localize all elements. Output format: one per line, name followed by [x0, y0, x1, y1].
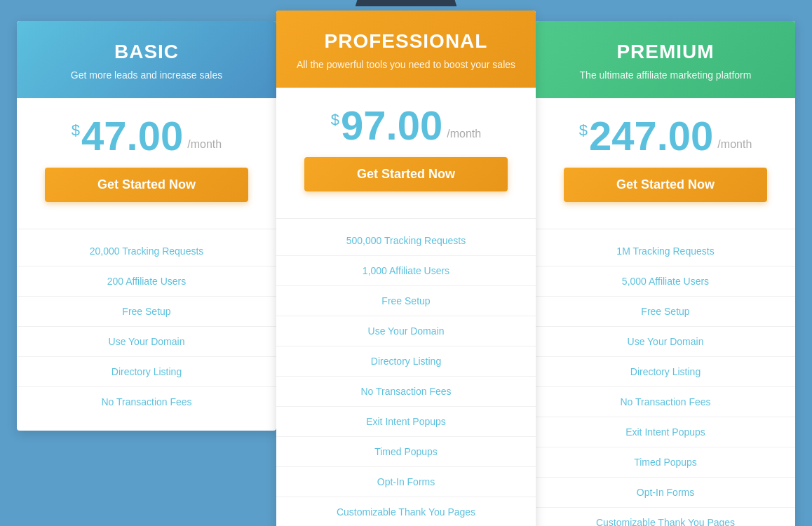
feature-item: Free Setup: [276, 286, 536, 316]
feature-item: Directory Listing: [536, 357, 795, 387]
price-row: $ 97.00 /month: [290, 105, 522, 146]
price-amount: 97.00: [341, 105, 442, 146]
cta-button-basic[interactable]: Get Started Now: [45, 168, 248, 202]
feature-item: Opt-In Forms: [536, 478, 795, 508]
feature-item: Timed Popups: [536, 447, 795, 478]
feature-item: Exit Intent Popups: [536, 417, 795, 447]
price-dollar: $: [72, 121, 80, 140]
feature-item: 200 Affiliate Users: [17, 267, 276, 297]
feature-item: Free Setup: [536, 297, 795, 327]
plan-pricing: $ 247.00 /month Get Started Now: [536, 98, 795, 229]
feature-item: 1,000 Affiliate Users: [276, 256, 536, 286]
plan-subtitle: Get more leads and increase sales: [31, 69, 262, 83]
feature-item: Directory Listing: [17, 357, 276, 387]
plan-card-professional: MOST POPULAR PROFESSIONAL All the powerf…: [276, 11, 536, 526]
price-row: $ 247.00 /month: [550, 116, 781, 156]
feature-item: No Transaction Fees: [17, 387, 276, 417]
price-row: $ 47.00 /month: [31, 116, 262, 156]
price-amount: 247.00: [589, 116, 713, 156]
plan-header-professional: PROFESSIONAL All the powerful tools you …: [276, 11, 536, 88]
feature-item: Customizable Thank You Pages: [536, 508, 795, 526]
feature-item: Free Setup: [17, 297, 276, 327]
plan-header-basic: BASIC Get more leads and increase sales: [17, 21, 276, 98]
plan-pricing: $ 47.00 /month Get Started Now: [17, 98, 276, 229]
price-period: /month: [187, 138, 222, 151]
feature-item: Use Your Domain: [536, 327, 795, 357]
plan-subtitle: The ultimate affiliate marketing platfor…: [550, 69, 781, 83]
plan-name: BASIC: [31, 41, 262, 63]
feature-item: Opt-In Forms: [276, 467, 536, 497]
features-list-basic: 20,000 Tracking Requests 200 Affiliate U…: [17, 229, 276, 431]
feature-item: Customizable Thank You Pages: [276, 497, 536, 526]
feature-item: 5,000 Affiliate Users: [536, 267, 795, 297]
feature-item: No Transaction Fees: [536, 387, 795, 417]
cta-button-professional[interactable]: Get Started Now: [304, 157, 508, 191]
feature-item: Exit Intent Popups: [276, 407, 536, 437]
plan-pricing: $ 97.00 /month Get Started Now: [276, 88, 536, 219]
plan-name: PREMIUM: [550, 41, 781, 63]
feature-item: Use Your Domain: [17, 327, 276, 357]
features-list-premium: 1M Tracking Requests 5,000 Affiliate Use…: [536, 229, 795, 526]
price-period: /month: [447, 128, 481, 140]
plan-card-basic: BASIC Get more leads and increase sales …: [17, 21, 276, 431]
plan-card-premium: PREMIUM The ultimate affiliate marketing…: [536, 21, 795, 526]
cta-button-premium[interactable]: Get Started Now: [564, 168, 767, 202]
feature-item: 1M Tracking Requests: [536, 236, 795, 267]
feature-item: 500,000 Tracking Requests: [276, 226, 536, 256]
feature-item: Directory Listing: [276, 346, 536, 377]
feature-item: Timed Popups: [276, 437, 536, 467]
price-dollar: $: [331, 111, 339, 129]
pricing-container: BASIC Get more leads and increase sales …: [14, 21, 798, 526]
features-list-professional: 500,000 Tracking Requests 1,000 Affiliat…: [276, 219, 536, 526]
feature-item: Use Your Domain: [276, 316, 536, 346]
price-dollar: $: [579, 121, 588, 140]
plan-name: PROFESSIONAL: [290, 30, 522, 53]
price-amount: 47.00: [81, 116, 183, 156]
feature-item: 20,000 Tracking Requests: [17, 236, 276, 267]
feature-item: No Transaction Fees: [276, 377, 536, 407]
price-period: /month: [717, 138, 752, 151]
plan-header-premium: PREMIUM The ultimate affiliate marketing…: [536, 21, 795, 98]
most-popular-badge: MOST POPULAR: [356, 0, 457, 6]
plan-subtitle: All the powerful tools you need to boost…: [290, 58, 522, 72]
